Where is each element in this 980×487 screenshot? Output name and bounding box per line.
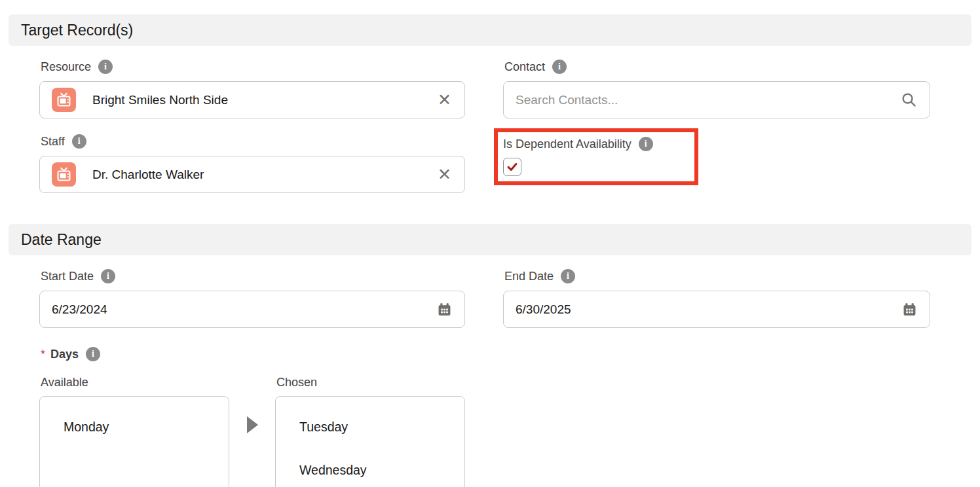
required-asterisk: * [41,346,45,362]
contact-label-row: Contact i [504,59,930,75]
move-to-chosen-button[interactable] [244,414,261,436]
staff-combobox[interactable]: Dr. Charlotte Walker ✕ [39,156,465,193]
close-icon: ✕ [438,90,451,109]
calendar-icon[interactable] [901,301,918,317]
contact-search-input[interactable] [516,93,900,107]
section-header-target-records: Target Record(s) [9,14,971,46]
chosen-label: Chosen [276,376,465,389]
staff-label-row: Staff i [41,134,465,149]
end-date-label-row: End Date i [504,268,930,284]
end-date-field: End Date i [503,255,930,328]
info-icon[interactable]: i [639,137,653,151]
info-icon[interactable]: i [98,60,113,74]
contact-label: Contact [504,59,545,75]
available-listbox[interactable]: Monday [39,396,229,487]
staff-label: Staff [41,134,65,149]
section-title: Target Record(s) [21,22,133,39]
available-label: Available [41,376,229,389]
start-date-input-box [39,291,465,328]
staff-field: Staff i Dr. Charlotte Walker ✕ [39,118,465,193]
available-column: Available Monday [39,376,229,487]
resource-field: Resource i Bright Smiles North Side ✕ [39,46,465,118]
staff-value: Dr. Charlotte Walker [92,168,436,182]
list-item[interactable]: Monday [40,412,229,442]
info-icon[interactable]: i [101,269,115,283]
start-date-label: Start Date [41,268,94,284]
move-column [229,376,275,436]
info-icon[interactable]: i [552,60,567,74]
days-label: Days [50,346,79,362]
end-date-label: End Date [504,268,554,284]
days-label-row: * Days i [41,346,980,362]
list-item[interactable]: Wednesday [276,455,464,485]
days-dual-listbox: Available Monday Chosen Tuesday Wednesda… [39,376,980,487]
resource-clear-button[interactable]: ✕ [436,92,453,108]
resource-value: Bright Smiles North Side [92,93,436,107]
chosen-listbox[interactable]: Tuesday Wednesday [275,396,465,487]
info-icon[interactable]: i [86,347,100,361]
resource-label-row: Resource i [41,59,465,75]
start-date-field: Start Date i [39,255,465,328]
contact-field: Contact i [503,46,930,118]
end-date-input[interactable] [516,302,901,317]
dependent-availability-checkbox[interactable] [503,158,521,176]
resource-combobox[interactable]: Bright Smiles North Side ✕ [39,81,465,118]
contact-search-box [503,81,930,118]
dependent-availability-label-row: Is Dependent Availability i [503,136,689,152]
close-icon: ✕ [438,165,451,183]
check-icon [506,161,518,173]
staff-clear-button[interactable]: ✕ [436,166,453,183]
info-icon[interactable]: i [72,134,86,149]
chosen-column: Chosen Tuesday Wednesday [275,376,465,487]
days-field: * Days i Available Monday Chosen Tuesday [39,346,980,487]
right-arrow-icon [247,416,258,433]
search-icon [900,91,918,109]
info-icon[interactable]: i [561,269,575,283]
resource-label: Resource [41,59,91,75]
section-header-date-range: Date Range [9,224,971,255]
section-title: Date Range [21,231,102,249]
start-date-input[interactable] [52,302,436,317]
availability-form: Target Record(s) Resource i Brigh [0,0,980,487]
calendar-icon[interactable] [436,301,453,317]
list-item[interactable]: Tuesday [276,412,464,442]
dependent-availability-label: Is Dependent Availability [503,136,631,152]
tv-icon [52,88,76,112]
highlight-box: Is Dependent Availability i [494,128,698,185]
dependent-availability-field: Is Dependent Availability i [503,118,930,193]
end-date-input-box [503,291,930,328]
start-date-label-row: Start Date i [41,268,465,284]
tv-icon [52,162,76,187]
